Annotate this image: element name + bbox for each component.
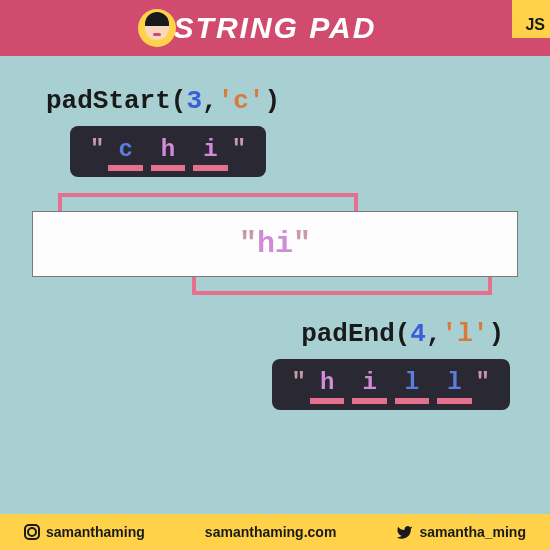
page-title: STRING PAD bbox=[174, 11, 377, 45]
result-char: l bbox=[403, 369, 421, 396]
js-badge: JS bbox=[512, 0, 550, 38]
input-string: hi bbox=[257, 227, 293, 261]
input-string-box: "hi" bbox=[32, 211, 518, 277]
padstart-call: padStart(3,'c') bbox=[46, 86, 510, 116]
result-char: l bbox=[445, 369, 463, 396]
diagram-content: padStart(3,'c') "chi" "hi" padEnd(4,'l')… bbox=[0, 56, 550, 496]
instagram-handle: samanthaming bbox=[24, 524, 145, 540]
result-char: i bbox=[201, 136, 219, 163]
result-char: i bbox=[360, 369, 378, 396]
twitter-handle: samantha_ming bbox=[396, 524, 526, 541]
instagram-icon bbox=[24, 524, 40, 540]
website-url: samanthaming.com bbox=[205, 524, 336, 540]
result-char: h bbox=[159, 136, 177, 163]
padend-call: padEnd(4,'l') bbox=[40, 319, 504, 349]
header-bar: STRING PAD JS bbox=[0, 0, 550, 56]
padend-result: "hill" bbox=[272, 359, 510, 410]
padstart-result: "chi" bbox=[70, 126, 266, 177]
avatar-icon bbox=[138, 9, 176, 47]
twitter-icon bbox=[396, 524, 413, 541]
footer-bar: samanthaming samanthaming.com samantha_m… bbox=[0, 514, 550, 550]
bracket-bottom-icon bbox=[192, 277, 492, 295]
bracket-top-icon bbox=[58, 193, 358, 211]
result-char: c bbox=[116, 136, 134, 163]
result-char: h bbox=[318, 369, 336, 396]
